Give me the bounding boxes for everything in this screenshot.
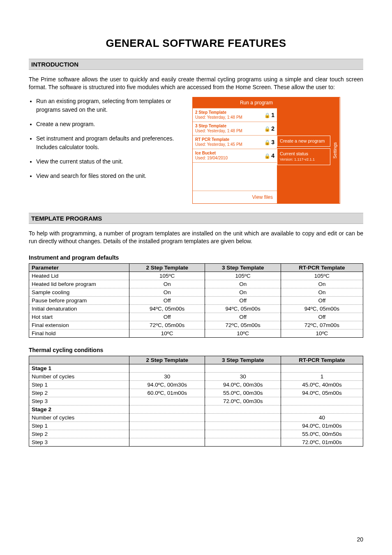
program-meta: Used: Yesterday, 1:48 PM <box>195 129 242 133</box>
parameter-cell: Step 1 <box>29 421 129 430</box>
value-cell: 94ºC, 05m00s <box>205 304 281 313</box>
value-cell: 60.0ºC, 01m00s <box>129 389 205 397</box>
run-program-header[interactable]: Run a program <box>193 97 277 108</box>
value-cell: 94.0ºC, 00m30s <box>205 380 281 389</box>
parameter-cell: Sample cooling <box>29 288 129 296</box>
status-label: Current status <box>280 151 308 156</box>
page-title: GENERAL SOFTWARE FEATURES <box>29 37 363 50</box>
table-row: Final extension72ºC, 05m00s72ºC, 05m00s7… <box>29 321 363 329</box>
value-cell: 10ºC <box>129 329 205 337</box>
lock-icon: 4 <box>262 152 274 159</box>
value-cell: 30 <box>129 372 205 380</box>
value-cell: 40 <box>281 413 363 421</box>
table-row: Pause before programOffOffOff <box>29 296 363 304</box>
page-number: 20 <box>357 536 363 543</box>
table-row: Stage 1 <box>29 364 363 372</box>
value-cell: 72ºC, 05m00s <box>205 321 281 329</box>
program-list-item[interactable]: 2 Step TemplateUsed: Yesterday, 1:48 PM … <box>193 108 277 122</box>
value-cell: Off <box>281 296 363 304</box>
value-cell: On <box>205 280 281 288</box>
section-heading-introduction: INTRODUCTION <box>29 59 363 70</box>
value-cell: 94ºC, 05m00s <box>129 304 205 313</box>
defaults-table: Parameter 2 Step Template 3 Step Templat… <box>29 263 363 338</box>
parameter-cell: Step 3 <box>29 438 129 446</box>
home-screen-figure: Run a program 2 Step TemplateUsed: Yeste… <box>192 97 340 204</box>
table-row: Sample coolingOnOnOn <box>29 288 363 296</box>
table-row: Step 194.0ºC, 01m00s <box>29 421 363 430</box>
table-header: Parameter <box>29 263 129 272</box>
program-list-item[interactable]: 3 Step TemplateUsed: Yesterday, 1:48 PM … <box>193 122 277 135</box>
table-row: Step 194.0ºC, 00m30s94.0ºC, 00m30s45.0ºC… <box>29 380 363 389</box>
value-cell: 105ºC <box>129 272 205 280</box>
value-cell <box>129 397 205 405</box>
parameter-cell: Final extension <box>29 321 129 329</box>
parameter-cell: Number of cycles <box>29 372 129 380</box>
settings-tab[interactable]: Settings <box>330 97 340 203</box>
cycling-subheading: Thermal cycling conditions <box>29 347 363 353</box>
program-list-item[interactable]: Ice BucketUsed: 19/04/2010 4 <box>193 149 277 162</box>
table-row: Step 372.0ºC, 00m30s <box>29 397 363 405</box>
value-cell: 105ºC <box>281 272 363 280</box>
table-header: RT-PCR Template <box>281 356 363 364</box>
lock-icon: 1 <box>262 112 274 118</box>
intro-bullet: View the current status of the unit. <box>36 157 184 166</box>
parameter-cell: Step 2 <box>29 430 129 438</box>
section-heading-templates: TEMPLATE PROGRAMS <box>29 213 363 224</box>
table-row: Number of cycles30301 <box>29 372 363 380</box>
value-cell <box>205 421 281 430</box>
program-name: Ice Bucket <box>195 151 228 156</box>
view-files-button[interactable]: View files <box>193 191 277 203</box>
templates-text: To help with programming, a number of pr… <box>29 230 363 245</box>
value-cell: On <box>129 288 205 296</box>
table-row: Heated lid before programOnOnOn <box>29 280 363 288</box>
value-cell <box>205 364 281 372</box>
value-cell: 94.0ºC, 00m30s <box>129 380 205 389</box>
table-header: 3 Step Template <box>205 263 281 272</box>
create-program-button[interactable]: Create a new program <box>277 136 330 147</box>
intro-bullet-list: Run an existing program, selecting from … <box>29 97 184 204</box>
value-cell <box>205 430 281 438</box>
intro-bullet: Set instrument and program defaults and … <box>36 134 184 152</box>
value-cell: 72.0ºC, 01m00s <box>281 438 363 446</box>
value-cell: 45.0ºC, 40m00s <box>281 380 363 389</box>
table-row: Stage 2 <box>29 405 363 413</box>
value-cell: 94.0ºC, 01m00s <box>281 421 363 430</box>
value-cell: Off <box>205 313 281 321</box>
value-cell <box>281 364 363 372</box>
parameter-cell: Final hold <box>29 329 129 337</box>
current-status-button[interactable]: Current status Version: 1.117-v2.1.1 <box>277 148 330 165</box>
table-header: 2 Step Template <box>129 356 205 364</box>
parameter-cell: Initial denaturation <box>29 304 129 313</box>
value-cell: 94.0ºC, 05m00s <box>281 389 363 397</box>
program-name: 2 Step Template <box>195 110 242 115</box>
value-cell: 72ºC, 05m00s <box>129 321 205 329</box>
value-cell: Off <box>129 296 205 304</box>
table-header: RT-PCR Template <box>281 263 363 272</box>
value-cell: 55.0ºC, 00m50s <box>281 430 363 438</box>
value-cell: Off <box>129 313 205 321</box>
value-cell: On <box>129 280 205 288</box>
intro-bullet: Create a new program. <box>36 120 184 129</box>
parameter-cell: Step 3 <box>29 397 129 405</box>
table-header <box>29 356 129 364</box>
value-cell: 72.0ºC, 00m30s <box>205 397 281 405</box>
program-meta: Used: Yesterday, 1:48 PM <box>195 115 242 120</box>
table-row: Hot startOffOffOff <box>29 313 363 321</box>
table-row: Step 260.0ºC, 01m00s55.0ºC, 00m30s94.0ºC… <box>29 389 363 397</box>
defaults-subheading: Instrument and program defaults <box>29 254 363 261</box>
value-cell <box>281 405 363 413</box>
value-cell: On <box>205 288 281 296</box>
table-row: Number of cycles40 <box>29 413 363 421</box>
value-cell: Off <box>281 313 363 321</box>
value-cell <box>205 405 281 413</box>
value-cell <box>129 430 205 438</box>
value-cell <box>129 405 205 413</box>
value-cell <box>205 438 281 446</box>
value-cell: 94ºC, 05m00s <box>281 304 363 313</box>
table-row: Step 255.0ºC, 00m50s <box>29 430 363 438</box>
value-cell: 30 <box>205 372 281 380</box>
table-header: 2 Step Template <box>129 263 205 272</box>
program-list-item[interactable]: RT PCR TemplateUsed: Yesterday, 1:45 PM … <box>193 135 277 149</box>
value-cell <box>205 413 281 421</box>
table-row: Heated Lid105ºC105ºC105ºC <box>29 272 363 280</box>
